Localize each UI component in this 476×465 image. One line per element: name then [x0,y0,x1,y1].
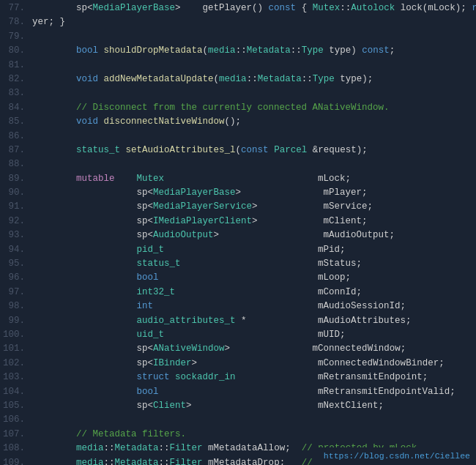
code-line-81 [32,59,476,72]
code-line-92: sp<IMediaPlayerClient> mClient; [32,215,476,228]
code-line-104: bool mRetransmitEndpointValid; [32,385,476,399]
code-line-102: sp<IBinder> mConnectedWindowBinder; [32,357,476,371]
code-content: sp<MediaPlayerBase> getPlayer() const { … [29,0,476,465]
code-line-98: int mAudioSessionId; [32,300,476,313]
code-line-105: sp<Client> mNextClient; [32,399,476,413]
code-editor: 77. 78. 79. 80. 81. 82. 83. 84. 85. 86. … [0,0,476,465]
code-line-97: int32_t mConnId; [32,286,476,300]
code-line-103: struct sockaddr_in mRetransmitEndpoint; [32,371,476,384]
code-line-80: bool shouldDropMetadata(media::Metadata:… [32,44,476,58]
code-line-90: sp<MediaPlayerBase> mPlayer; [32,186,476,200]
code-line-101: sp<ANativeWindow> mConnectedWindow; [32,342,476,356]
code-line-77: sp<MediaPlayerBase> getPlayer() const { … [32,1,476,15]
code-line-100: uid_t mUID; [32,328,476,342]
footer-url: https://blog.csdn.net/Ciellee [318,447,476,465]
code-line-95: status_t mStatus; [32,257,476,271]
code-line-106 [32,413,476,427]
code-line-78: yer; } [32,15,476,29]
code-line-87: status_t setAudioAttributes_l(const Parc… [32,144,476,157]
code-line-79 [32,30,476,44]
code-line-85: void disconnectNativeWindow(); [32,115,476,129]
code-line-84: // Disconnect from the currently connect… [32,101,476,115]
code-line-83 [32,86,476,100]
code-line-94: pid_t mPid; [32,243,476,257]
code-line-96: bool mLoop; [32,271,476,285]
code-line-88 [32,157,476,171]
code-line-107: // Metadata filters. [32,428,476,442]
code-line-86 [32,130,476,144]
code-line-93: sp<AudioOutput> mAudioOutput; [32,228,476,242]
code-line-82: void addNewMetadataUpdate(media::Metadat… [32,72,476,86]
line-numbers: 77. 78. 79. 80. 81. 82. 83. 84. 85. 86. … [0,0,29,465]
code-line-99: audio_attributes_t * mAudioAttributes; [32,314,476,328]
code-line-91: sp<MediaPlayerService> mService; [32,200,476,214]
code-line-89: mutable Mutex mLock; [32,172,476,186]
